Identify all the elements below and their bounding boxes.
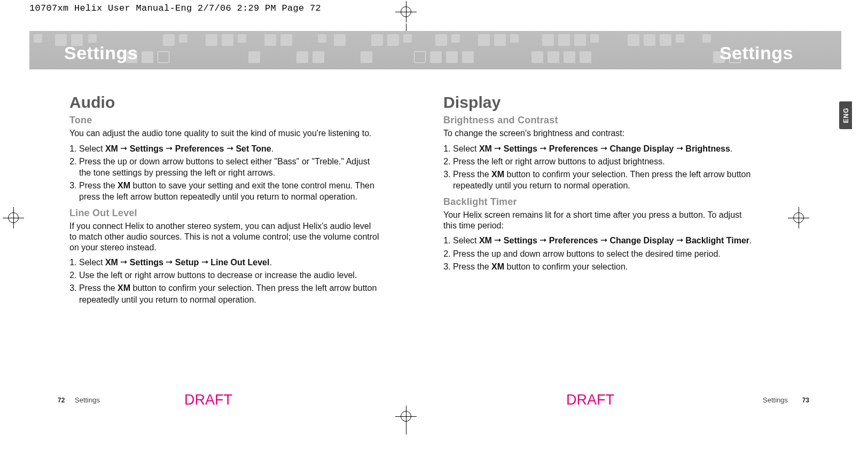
language-tab-eng: ENG xyxy=(839,101,852,129)
arrow-icon: ➞ xyxy=(600,143,607,154)
arrow-icon: ➞ xyxy=(600,234,607,246)
arrow-icon: ➞ xyxy=(539,143,546,154)
line-out-step-3: Press the XM button to confirm your sele… xyxy=(79,282,379,305)
right-page-content: Display Brightness and Contrast To chang… xyxy=(443,93,753,278)
banner-title-left: Settings xyxy=(64,43,138,64)
backlight-step-3: Press the XM button to confirm your sele… xyxy=(453,261,753,272)
document-spread: 10707xm Helix User Manual-Eng 2/7/06 2:2… xyxy=(0,0,868,467)
line-out-step-2: Use the left or right arrow buttons to d… xyxy=(79,270,379,281)
line-out-intro: If you connect Helix to another stereo s… xyxy=(69,221,379,252)
backlight-intro: Your Helix screen remains lit for a shor… xyxy=(443,210,753,231)
header-banner: Settings Settings xyxy=(29,31,841,69)
arrow-icon: ➞ xyxy=(539,234,546,246)
register-mark-top xyxy=(395,1,417,22)
left-page-content: Audio Tone You can adjust the audio tone… xyxy=(69,93,379,311)
arrow-icon: ➞ xyxy=(676,143,683,154)
register-mark-bottom xyxy=(395,406,417,427)
tone-step-1: Select XM ➞ Settings ➞ Preferences ➞ Set… xyxy=(79,143,379,154)
register-mark-right xyxy=(788,207,809,228)
banner-title-right: Settings xyxy=(720,43,793,64)
print-slug: 10707xm Helix User Manual-Eng 2/7/06 2:2… xyxy=(29,3,321,13)
register-mark-left xyxy=(3,207,24,228)
arrow-icon: ➞ xyxy=(120,143,127,154)
crop-mark xyxy=(406,23,406,31)
draft-watermark-left: DRAFT xyxy=(184,392,232,408)
brightness-step-1: Select XM ➞ Settings ➞ Preferences ➞ Cha… xyxy=(453,143,753,154)
footer-section-left: Settings xyxy=(75,396,100,404)
line-out-step-1: Select XM ➞ Settings ➞ Setup ➞ Line Out … xyxy=(79,257,379,268)
line-out-steps: Select XM ➞ Settings ➞ Setup ➞ Line Out … xyxy=(69,257,379,305)
tone-step-3: Press the XM button to save your setting… xyxy=(79,180,379,202)
tone-steps: Select XM ➞ Settings ➞ Preferences ➞ Set… xyxy=(69,143,379,203)
tone-step-2: Press the up or down arrow buttons to se… xyxy=(79,156,379,178)
arrow-icon: ➞ xyxy=(676,234,683,246)
draft-watermark-right: DRAFT xyxy=(566,392,614,408)
arrow-icon: ➞ xyxy=(494,143,501,154)
backlight-step-1: Select XM ➞ Settings ➞ Preferences ➞ Cha… xyxy=(453,235,753,246)
page-number-left: 72 xyxy=(58,397,65,404)
brightness-steps: Select XM ➞ Settings ➞ Preferences ➞ Cha… xyxy=(443,143,753,191)
arrow-icon: ➞ xyxy=(226,143,233,154)
heading-display: Display xyxy=(443,93,753,112)
subheading-line-out: Line Out Level xyxy=(69,208,379,219)
subheading-tone: Tone xyxy=(69,115,379,126)
arrow-icon: ➞ xyxy=(120,256,127,267)
tone-intro: You can adjust the audio tone quality to… xyxy=(69,128,379,139)
brightness-intro: To change the screen's brightness and co… xyxy=(443,128,753,139)
subheading-backlight: Backlight Timer xyxy=(443,196,753,208)
arrow-icon: ➞ xyxy=(166,256,173,267)
crop-mark xyxy=(406,427,406,434)
heading-audio: Audio xyxy=(69,93,379,112)
arrow-icon: ➞ xyxy=(494,234,501,246)
backlight-steps: Select XM ➞ Settings ➞ Preferences ➞ Cha… xyxy=(443,235,753,272)
brightness-step-2: Press the left or right arrow buttons to… xyxy=(453,156,753,167)
subheading-brightness: Brightness and Contrast xyxy=(443,115,753,126)
page-number-right: 73 xyxy=(802,397,809,404)
brightness-step-3: Press the XM button to confirm your sele… xyxy=(453,169,753,191)
backlight-step-2: Press the up and down arrow buttons to s… xyxy=(453,248,753,259)
arrow-icon: ➞ xyxy=(201,256,208,267)
arrow-icon: ➞ xyxy=(166,143,173,154)
footer-section-right: Settings xyxy=(763,396,788,404)
